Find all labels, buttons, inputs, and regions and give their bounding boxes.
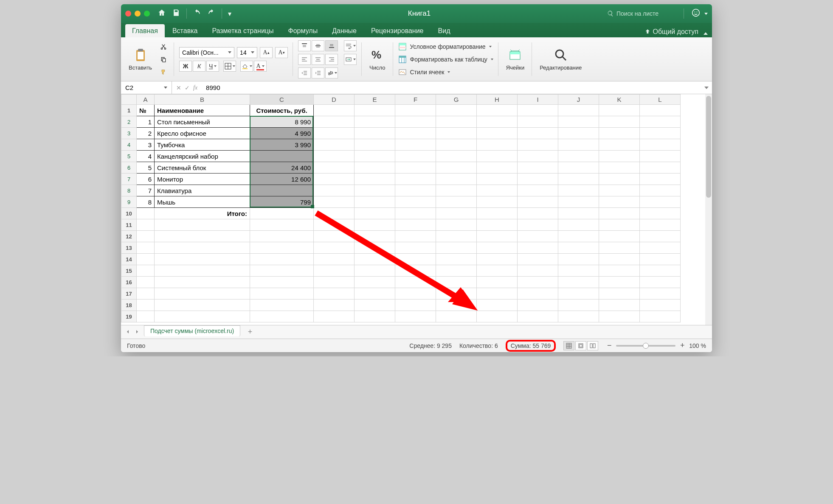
- cell[interactable]: [355, 139, 395, 151]
- cell[interactable]: [518, 128, 558, 139]
- zoom-level[interactable]: 100 %: [689, 342, 706, 349]
- col-header[interactable]: C: [250, 95, 314, 105]
- cell[interactable]: Стоимость, руб.: [250, 105, 314, 116]
- cell[interactable]: [477, 128, 518, 139]
- cell[interactable]: [558, 231, 599, 242]
- align-bottom-button[interactable]: [325, 40, 338, 51]
- cell[interactable]: [599, 151, 640, 162]
- save-icon[interactable]: [172, 8, 180, 19]
- cell[interactable]: [599, 105, 640, 116]
- row-header[interactable]: 8: [121, 185, 137, 196]
- cell[interactable]: [314, 105, 355, 116]
- col-header[interactable]: K: [599, 95, 640, 105]
- tab-view[interactable]: Вид: [431, 24, 457, 37]
- cell[interactable]: [477, 208, 518, 219]
- row-header[interactable]: 5: [121, 151, 137, 162]
- enter-icon[interactable]: ✓: [185, 84, 190, 91]
- wrap-text-button[interactable]: [344, 40, 357, 51]
- row-header[interactable]: 13: [121, 242, 137, 254]
- cell[interactable]: [477, 105, 518, 116]
- cell[interactable]: [250, 265, 314, 277]
- cell[interactable]: [395, 242, 436, 254]
- cell[interactable]: [395, 311, 436, 322]
- view-page-layout-button[interactable]: [575, 341, 586, 350]
- cell[interactable]: [355, 231, 395, 242]
- cell[interactable]: [518, 196, 558, 208]
- cell[interactable]: [599, 277, 640, 288]
- cell[interactable]: [599, 254, 640, 265]
- cell[interactable]: [250, 311, 314, 322]
- cell[interactable]: [395, 128, 436, 139]
- cell[interactable]: [436, 208, 477, 219]
- conditional-formatting-button[interactable]: Условное форматирование: [398, 41, 492, 53]
- maximize-window-button[interactable]: [144, 11, 150, 17]
- cell[interactable]: [640, 277, 681, 288]
- row-header[interactable]: 7: [121, 174, 137, 185]
- add-sheet-button[interactable]: +: [245, 327, 256, 338]
- cell[interactable]: [436, 277, 477, 288]
- cell[interactable]: [250, 208, 314, 219]
- cell[interactable]: [477, 288, 518, 300]
- cell[interactable]: [477, 242, 518, 254]
- sheet-tab[interactable]: Подсчет суммы (microexcel.ru): [144, 325, 240, 336]
- row-header[interactable]: 3: [121, 128, 137, 139]
- orientation-button[interactable]: ab: [325, 67, 338, 78]
- cell[interactable]: [640, 311, 681, 322]
- cell[interactable]: [436, 174, 477, 185]
- cell[interactable]: [355, 116, 395, 128]
- cell[interactable]: [599, 196, 640, 208]
- cell[interactable]: [395, 277, 436, 288]
- cell[interactable]: [137, 265, 155, 277]
- cell[interactable]: [314, 288, 355, 300]
- cell[interactable]: [395, 105, 436, 116]
- row-header[interactable]: 14: [121, 254, 137, 265]
- tab-formulas[interactable]: Формулы: [281, 24, 325, 37]
- cell[interactable]: [250, 151, 314, 162]
- row-header[interactable]: 10: [121, 208, 137, 219]
- cell[interactable]: [599, 185, 640, 196]
- row-header[interactable]: 19: [121, 311, 137, 322]
- row-header[interactable]: 2: [121, 116, 137, 128]
- cell[interactable]: [640, 208, 681, 219]
- cell[interactable]: [640, 231, 681, 242]
- cells-button[interactable]: Ячейки: [504, 46, 527, 73]
- view-page-break-button[interactable]: [587, 341, 598, 350]
- cell[interactable]: [395, 219, 436, 231]
- cell[interactable]: [640, 219, 681, 231]
- vertical-scrollbar[interactable]: [705, 94, 712, 325]
- cell[interactable]: [314, 185, 355, 196]
- cell[interactable]: [395, 116, 436, 128]
- cell[interactable]: [355, 208, 395, 219]
- formula-input[interactable]: 8990: [202, 84, 704, 91]
- copy-button[interactable]: [158, 54, 169, 65]
- cell[interactable]: [558, 116, 599, 128]
- cell[interactable]: [518, 208, 558, 219]
- cell[interactable]: [477, 254, 518, 265]
- cell[interactable]: [640, 265, 681, 277]
- col-header[interactable]: H: [477, 95, 518, 105]
- cell[interactable]: [558, 208, 599, 219]
- cell[interactable]: [250, 254, 314, 265]
- cell[interactable]: [250, 288, 314, 300]
- cell[interactable]: Тумбочка: [155, 139, 250, 151]
- cut-button[interactable]: [158, 41, 169, 52]
- worksheet-grid[interactable]: A B C D E F G H I J K L 1 № Наименование…: [121, 94, 712, 325]
- zoom-slider-knob[interactable]: [643, 343, 649, 349]
- col-header[interactable]: E: [355, 95, 395, 105]
- cell[interactable]: [436, 185, 477, 196]
- align-middle-button[interactable]: [312, 40, 324, 51]
- cell[interactable]: [477, 174, 518, 185]
- cell[interactable]: [477, 196, 518, 208]
- col-header[interactable]: F: [395, 95, 436, 105]
- cell[interactable]: [640, 105, 681, 116]
- cell[interactable]: [355, 288, 395, 300]
- cell[interactable]: [518, 265, 558, 277]
- cell[interactable]: [155, 311, 250, 322]
- cell[interactable]: [314, 219, 355, 231]
- cell[interactable]: [355, 254, 395, 265]
- bold-button[interactable]: Ж: [179, 61, 192, 72]
- feedback-dropdown-icon[interactable]: [704, 13, 708, 15]
- cell[interactable]: [477, 185, 518, 196]
- row-header[interactable]: 4: [121, 139, 137, 151]
- cell[interactable]: [518, 242, 558, 254]
